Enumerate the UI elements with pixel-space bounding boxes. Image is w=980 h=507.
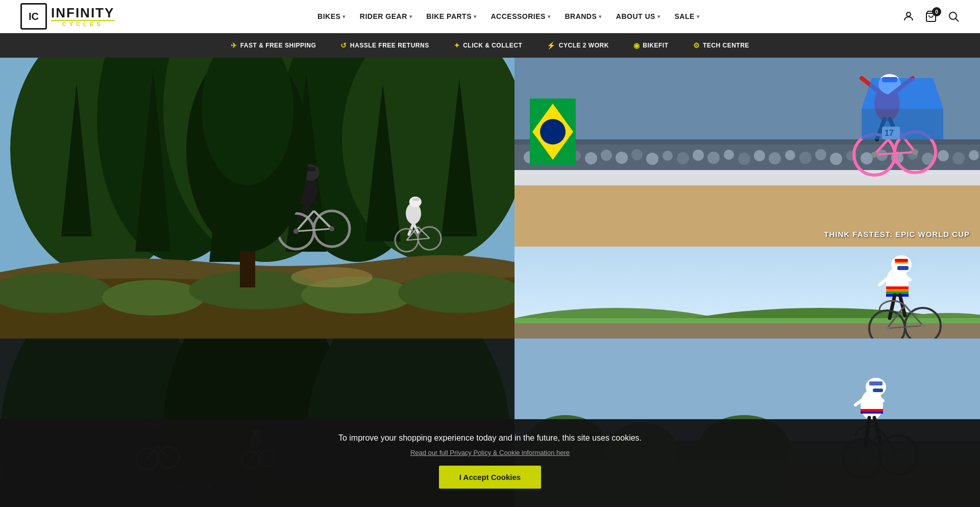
- nav-rider-gear[interactable]: RIDER GEAR ▾: [354, 8, 418, 25]
- promo-click-collect-label: CLICK & COLLECT: [463, 42, 522, 49]
- svg-point-81: [952, 152, 965, 164]
- svg-point-63: [677, 152, 689, 164]
- cart-count: 0: [932, 7, 941, 16]
- account-button[interactable]: [902, 10, 915, 22]
- svg-point-73: [830, 153, 842, 165]
- svg-rect-116: [886, 292, 909, 294]
- tech-centre-icon: ⚙: [693, 41, 700, 50]
- world-cup-svg: 17: [514, 58, 980, 247]
- nav-about-us[interactable]: ABOUT US ▾: [610, 8, 667, 25]
- accept-cookies-button[interactable]: I Accept Cookies: [439, 466, 541, 489]
- logo-icon: IC: [20, 3, 47, 30]
- hero-main-svg: [0, 58, 514, 339]
- svg-point-2: [949, 12, 957, 19]
- fast-shipping-icon: ✈: [231, 41, 237, 50]
- svg-point-46: [291, 267, 373, 287]
- site-header: IC INFINITY CYCLES BIKES ▾ RIDER GEAR ▾ …: [0, 0, 980, 33]
- svg-point-62: [663, 151, 673, 161]
- cookie-main-text: To improve your shopping experience toda…: [10, 433, 970, 443]
- cycle2work-icon: ⚡: [547, 41, 556, 50]
- hero-world-cup-image: 17 THINK FASTEST: EPIC WORLD CUP: [514, 58, 980, 247]
- svg-rect-114: [886, 286, 909, 289]
- nav-accessories-label: ACCESSORIES: [491, 12, 546, 20]
- svg-point-18: [102, 280, 204, 316]
- svg-point-58: [601, 150, 612, 161]
- svg-point-65: [707, 152, 720, 164]
- logo-text: INFINITY CYCLES: [51, 6, 114, 27]
- svg-rect-160: [861, 409, 883, 412]
- logo-sub: CYCLES: [51, 21, 114, 27]
- svg-point-82: [969, 150, 979, 160]
- rider-gear-chevron-icon: ▾: [409, 14, 412, 19]
- svg-point-132: [921, 324, 925, 328]
- promo-hassle-returns-label: HASSLE FREE RETURNS: [350, 42, 429, 49]
- main-nav: BIKES ▾ RIDER GEAR ▾ BIKE PARTS ▾ ACCESS…: [114, 8, 902, 25]
- nav-bikes[interactable]: BIKES ▾: [311, 8, 352, 25]
- svg-point-60: [631, 149, 643, 160]
- bikefit-icon: ◉: [633, 41, 640, 50]
- svg-rect-115: [886, 289, 909, 292]
- nav-brands[interactable]: BRANDS ▾: [558, 8, 607, 25]
- hassle-returns-icon: ↺: [340, 41, 347, 50]
- promo-tech-centre-label: TECH CENTRE: [703, 42, 749, 49]
- svg-point-104: [912, 149, 918, 155]
- svg-point-69: [769, 152, 781, 164]
- svg-rect-161: [861, 412, 883, 414]
- svg-marker-105: [862, 78, 943, 109]
- hero-section: 17 THINK FASTEST: EPIC WORLD CUP: [0, 58, 980, 339]
- svg-rect-106: [862, 109, 943, 139]
- svg-point-61: [646, 153, 658, 165]
- nav-sale[interactable]: SALE ▾: [668, 8, 705, 25]
- promo-fast-shipping[interactable]: ✈ FAST & FREE SHIPPING: [218, 41, 328, 50]
- header-icons: 0: [902, 10, 960, 22]
- svg-point-34: [293, 229, 299, 234]
- svg-rect-164: [873, 389, 883, 392]
- nav-accessories[interactable]: ACCESSORIES ▾: [485, 8, 557, 25]
- svg-point-68: [754, 150, 765, 161]
- cart-button[interactable]: 0: [925, 10, 937, 22]
- nav-bike-parts[interactable]: BIKE PARTS ▾: [420, 8, 482, 25]
- nav-brands-label: BRANDS: [565, 12, 597, 20]
- promo-bikefit-label: BIKEFIT: [643, 42, 668, 49]
- promo-bikefit[interactable]: ◉ BIKEFIT: [621, 41, 681, 50]
- promo-hassle-returns[interactable]: ↺ HASSLE FREE RETURNS: [328, 41, 441, 50]
- hero-right: 17 THINK FASTEST: EPIC WORLD CUP: [514, 58, 980, 339]
- promo-fast-shipping-label: FAST & FREE SHIPPING: [240, 42, 316, 49]
- svg-point-103: [871, 152, 877, 158]
- svg-rect-119: [895, 259, 908, 262]
- svg-point-131: [885, 326, 889, 330]
- promo-cycle2work[interactable]: ⚡ CYCLE 2 WORK: [534, 41, 621, 50]
- nav-sale-label: SALE: [674, 12, 694, 20]
- nav-bikes-label: BIKES: [317, 12, 340, 20]
- svg-point-66: [724, 150, 734, 160]
- svg-point-57: [585, 152, 597, 164]
- nav-bike-parts-label: BIKE PARTS: [426, 12, 472, 20]
- logo[interactable]: IC INFINITY CYCLES: [20, 3, 114, 30]
- brands-chevron-icon: ▾: [599, 14, 602, 19]
- world-cup-label: THINK FASTEST: EPIC WORLD CUP: [824, 230, 970, 238]
- about-chevron-icon: ▾: [657, 14, 660, 19]
- promo-click-collect[interactable]: ✦ CLICK & COLLECT: [442, 41, 535, 50]
- sale-chevron-icon: ▾: [697, 14, 700, 19]
- search-icon: [947, 10, 960, 22]
- svg-rect-120: [895, 262, 908, 263]
- account-icon: [902, 10, 915, 22]
- hero-main-image: [0, 58, 514, 339]
- svg-point-35: [329, 226, 334, 231]
- promo-tech-centre[interactable]: ⚙ TECH CENTRE: [681, 41, 762, 50]
- svg-point-0: [906, 12, 911, 16]
- bikes-chevron-icon: ▾: [342, 14, 346, 19]
- nav-rider-gear-label: RIDER GEAR: [360, 12, 407, 20]
- svg-line-3: [956, 19, 959, 22]
- road-bike-svg: [514, 247, 980, 339]
- svg-point-64: [693, 150, 704, 161]
- promo-cycle2work-label: CYCLE 2 WORK: [559, 42, 609, 49]
- svg-point-70: [785, 150, 795, 160]
- svg-point-67: [738, 153, 750, 165]
- cookie-privacy-link[interactable]: Read our full Privacy Policy & Cookie in…: [410, 449, 570, 456]
- svg-rect-112: [514, 323, 980, 339]
- svg-rect-163: [869, 381, 883, 385]
- nav-about-us-label: ABOUT US: [616, 12, 655, 20]
- search-button[interactable]: [947, 10, 960, 22]
- cookie-banner: To improve your shopping experience toda…: [0, 419, 980, 507]
